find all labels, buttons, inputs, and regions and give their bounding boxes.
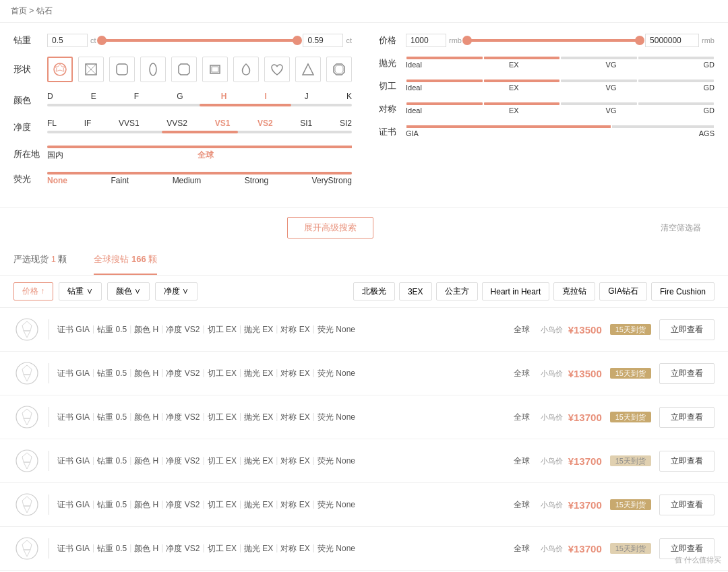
delivery-badge: 15天到货 bbox=[610, 543, 651, 554]
attr-cut: 切工 EX bbox=[208, 412, 237, 423]
tag-heart-in-heart[interactable]: Heart in Heart bbox=[482, 282, 550, 300]
cert-gia-label[interactable]: GIA bbox=[406, 129, 419, 137]
attr-color: 颜色 H bbox=[134, 324, 158, 336]
polish-vg[interactable] bbox=[561, 57, 637, 59]
sort-color[interactable]: 颜色 ∨ bbox=[107, 282, 150, 300]
cut-gd[interactable] bbox=[638, 80, 715, 82]
price-label: 价格 bbox=[379, 34, 406, 46]
attr-fluor: 荧光 None bbox=[317, 455, 355, 467]
polish-ex[interactable] bbox=[484, 57, 560, 59]
polish-vg-label[interactable]: VG bbox=[606, 61, 617, 69]
cert-ags[interactable] bbox=[612, 125, 714, 128]
sym-gd-label[interactable]: GD bbox=[704, 106, 715, 115]
cut-ideal[interactable] bbox=[406, 80, 483, 82]
attr-weight: 钻重 0.5 bbox=[97, 324, 127, 336]
price-value: ¥13700 bbox=[568, 499, 602, 511]
price-min-input[interactable] bbox=[406, 34, 446, 47]
clarity-scale: FL IF VVS1 VVS2 VS1 VS2 SI1 SI2 bbox=[47, 119, 352, 128]
polish-ideal-label[interactable]: Ideal bbox=[406, 61, 422, 69]
weight-label: 钻重 bbox=[13, 34, 47, 46]
tag-princess[interactable]: 公主方 bbox=[436, 282, 478, 300]
weight-min-input[interactable] bbox=[47, 34, 88, 47]
sym-ideal-label[interactable]: Ideal bbox=[406, 106, 422, 115]
shape-triangle[interactable] bbox=[295, 57, 321, 82]
cut-vg[interactable] bbox=[561, 80, 637, 82]
shape-radiant[interactable] bbox=[171, 57, 197, 82]
shape-label: 形状 bbox=[13, 63, 47, 75]
attr-weight: 钻重 0.5 bbox=[97, 455, 127, 467]
fluor-faint[interactable]: Faint bbox=[111, 176, 129, 185]
polish-ex-label[interactable]: EX bbox=[509, 61, 519, 69]
fluor-none[interactable]: None bbox=[47, 176, 67, 185]
polish-ideal[interactable] bbox=[406, 57, 483, 59]
tab-global[interactable]: 全球搜钻 166 颗 bbox=[94, 245, 157, 275]
fluor-verystrong[interactable]: VeryStrong bbox=[312, 176, 352, 185]
attr-polish: 抛光 EX bbox=[244, 499, 273, 511]
cert-gia[interactable] bbox=[406, 125, 611, 128]
polish-gd-label[interactable]: GD bbox=[704, 61, 715, 69]
attr-fluor: 荧光 None bbox=[317, 412, 355, 423]
sort-weight[interactable]: 钻重 ∨ bbox=[59, 282, 101, 300]
cut-ex-label[interactable]: EX bbox=[509, 84, 519, 92]
view-btn[interactable]: 立即查看 bbox=[659, 495, 715, 515]
cert-ags-label[interactable]: AGS bbox=[699, 129, 715, 137]
location-global[interactable]: 全球 bbox=[198, 150, 214, 161]
shape-cushion[interactable] bbox=[109, 57, 135, 82]
tag-gia-diamond[interactable]: GIA钻石 bbox=[599, 282, 647, 300]
cut-vg-label[interactable]: VG bbox=[606, 84, 617, 92]
polish-gd[interactable] bbox=[638, 57, 715, 59]
svg-marker-26 bbox=[24, 462, 30, 469]
attr-weight: 钻重 0.5 bbox=[97, 499, 127, 511]
tag-aurora[interactable]: 北极光 bbox=[353, 282, 395, 300]
shape-heart[interactable] bbox=[264, 57, 290, 82]
svg-line-3 bbox=[86, 64, 91, 69]
clear-filter-btn[interactable]: 清空筛选器 bbox=[647, 220, 715, 236]
attr-cert: 证书 GIA bbox=[57, 543, 90, 554]
fluor-medium[interactable]: Medium bbox=[173, 176, 202, 185]
attr-fluor: 荧光 None bbox=[317, 368, 355, 379]
diamond-icon bbox=[13, 316, 40, 343]
price-max-input[interactable] bbox=[645, 34, 699, 47]
svg-marker-16 bbox=[22, 321, 32, 331]
svg-marker-32 bbox=[24, 550, 30, 557]
fluor-strong[interactable]: Strong bbox=[245, 176, 268, 185]
svg-marker-9 bbox=[179, 64, 189, 75]
shape-emerald[interactable] bbox=[202, 57, 228, 82]
sym-vg-label[interactable]: VG bbox=[606, 106, 617, 115]
cut-gd-label[interactable]: GD bbox=[704, 84, 715, 92]
polish-label: 抛光 bbox=[379, 57, 406, 69]
breadcrumb-home[interactable]: 首页 bbox=[11, 6, 27, 15]
tab-stock[interactable]: 严选现货 1 颗 bbox=[13, 245, 67, 275]
shape-asscher[interactable] bbox=[326, 57, 352, 82]
view-btn[interactable]: 立即查看 bbox=[659, 319, 715, 340]
view-btn[interactable]: 立即查看 bbox=[659, 407, 715, 428]
sym-ex[interactable] bbox=[484, 102, 560, 105]
cut-ideal-label[interactable]: Ideal bbox=[406, 84, 422, 92]
tag-carat[interactable]: 克拉钻 bbox=[553, 282, 595, 300]
attr-cut: 切工 EX bbox=[208, 543, 237, 554]
sym-gd[interactable] bbox=[638, 102, 715, 105]
shape-princess[interactable] bbox=[78, 57, 104, 82]
sym-vg[interactable] bbox=[561, 102, 637, 105]
shape-round[interactable] bbox=[47, 57, 73, 82]
sym-ex-label[interactable]: EX bbox=[509, 106, 519, 115]
delivery-badge: 15天到货 bbox=[610, 368, 651, 379]
cut-ex[interactable] bbox=[484, 80, 560, 82]
location-domestic[interactable]: 国内 bbox=[47, 150, 63, 161]
cert-label: 证书 bbox=[379, 126, 406, 138]
shape-pear[interactable] bbox=[233, 57, 259, 82]
shape-oval[interactable] bbox=[140, 57, 166, 82]
sym-ideal[interactable] bbox=[406, 102, 483, 105]
view-btn[interactable]: 立即查看 bbox=[659, 363, 715, 384]
diamond-row: 证书 GIA | 钻重 0.5 | 颜色 H | 净度 VS2 | 切工 EX … bbox=[0, 395, 728, 439]
svg-marker-14 bbox=[335, 65, 343, 73]
sort-clarity[interactable]: 净度 ∨ bbox=[155, 282, 198, 300]
tag-fire-cushion[interactable]: Fire Cushion bbox=[651, 282, 715, 300]
cut-label: 切工 bbox=[379, 80, 406, 92]
delivery-badge: 15天到货 bbox=[610, 455, 651, 466]
weight-max-input[interactable] bbox=[303, 34, 343, 47]
advanced-search-btn[interactable]: 展开高级搜索 bbox=[287, 217, 373, 239]
tag-3ex[interactable]: 3EX bbox=[399, 282, 432, 300]
sort-price[interactable]: 价格 ↑ bbox=[13, 282, 53, 300]
view-btn[interactable]: 立即查看 bbox=[659, 451, 715, 472]
